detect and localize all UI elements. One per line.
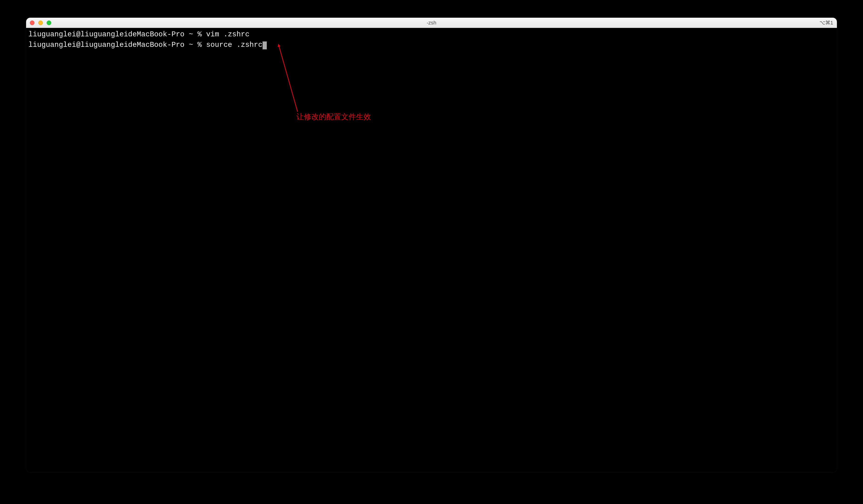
maximize-button[interactable] [47,21,51,25]
terminal-line: liuguanglei@liuguangleideMacBook-Pro ~ %… [28,40,835,50]
traffic-lights [30,21,51,25]
prompt-text: liuguanglei@liuguangleideMacBook-Pro ~ % [28,30,206,38]
command-text: vim .zshrc [206,30,250,38]
close-button[interactable] [30,21,35,25]
title-bar: -zsh ⌥⌘1 [26,18,837,28]
annotation-text: 让修改的配置文件生效 [296,111,371,122]
annotation-arrow-icon [275,42,308,116]
cursor-icon [263,41,267,49]
window-shortcut: ⌥⌘1 [820,20,833,26]
prompt-text: liuguanglei@liuguangleideMacBook-Pro ~ % [28,41,206,49]
terminal-body[interactable]: liuguanglei@liuguangleideMacBook-Pro ~ %… [26,28,837,472]
terminal-line: liuguanglei@liuguangleideMacBook-Pro ~ %… [28,29,835,40]
svg-line-0 [279,46,298,112]
window-title: -zsh [427,20,436,26]
terminal-window: -zsh ⌥⌘1 liuguanglei@liuguangleideMacBoo… [26,18,837,472]
minimize-button[interactable] [38,21,43,25]
command-text: source .zshrc [206,41,263,49]
